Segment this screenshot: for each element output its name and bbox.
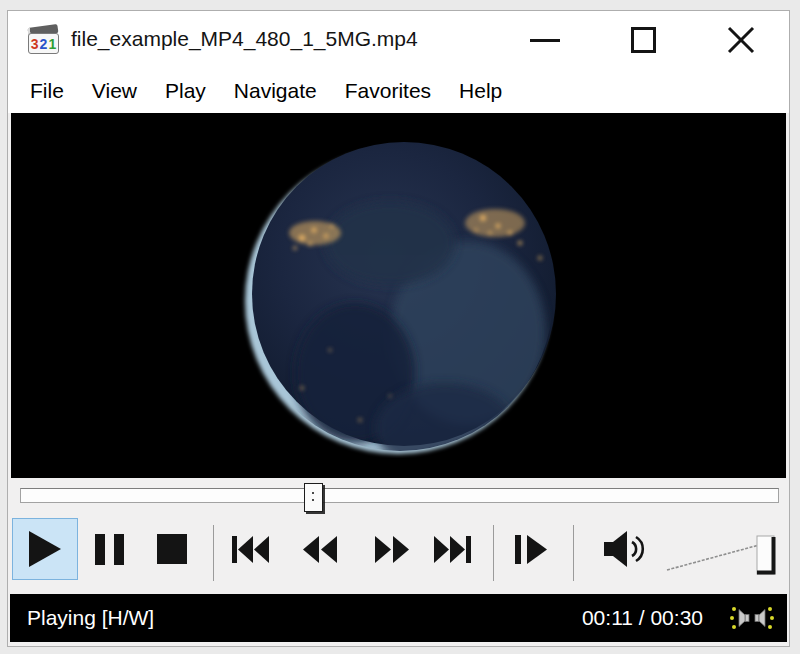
menu-bar: File View Play Navigate Favorites Help [8, 68, 789, 113]
controls-separator [573, 525, 574, 581]
controls-separator [213, 525, 214, 581]
menu-file[interactable]: File [16, 75, 78, 107]
video-surface[interactable] [11, 113, 786, 478]
icon-digit-2: 2 [40, 37, 48, 51]
skip-forward-button[interactable] [423, 518, 481, 580]
rewind-button[interactable] [291, 518, 349, 580]
close-button[interactable] [715, 23, 767, 57]
speaker-icon [604, 529, 652, 569]
transport-controls [8, 516, 789, 591]
volume-thumb[interactable] [757, 536, 774, 574]
stop-icon [157, 534, 187, 564]
skip-back-icon [232, 536, 269, 563]
title-bar[interactable]: 3 2 1 file_example_MP4_480_1_5MG.mp4 [8, 11, 789, 68]
icon-digit-1: 1 [48, 37, 56, 51]
maximize-icon [631, 27, 656, 53]
seek-thumb-grip-icon [312, 492, 314, 494]
volume-slider-graphic [663, 518, 783, 580]
menu-favorites[interactable]: Favorites [331, 75, 445, 107]
seek-track[interactable] [20, 488, 779, 503]
seek-thumb[interactable] [304, 483, 323, 512]
pause-button[interactable] [81, 518, 139, 580]
seek-bar-area [8, 478, 789, 516]
volume-slider[interactable] [663, 518, 783, 580]
clapperboard-body: 3 2 1 [28, 33, 59, 54]
menu-view[interactable]: View [78, 75, 151, 107]
fast-forward-button[interactable] [363, 518, 421, 580]
rewind-icon [303, 536, 337, 563]
app-icon-mpc-321[interactable]: 3 2 1 [27, 23, 61, 57]
close-icon [726, 25, 756, 55]
media-player-window: 3 2 1 file_example_MP4_480_1_5MG.mp4 Fil… [7, 10, 790, 647]
audio-channels-icon [729, 604, 775, 632]
controls-separator [493, 525, 494, 581]
status-bar: Playing [H/W] 00:11 / 00:30 [10, 594, 787, 642]
time-display: 00:11 / 00:30 [582, 606, 703, 630]
play-button[interactable] [12, 518, 78, 580]
skip-back-button[interactable] [221, 518, 279, 580]
play-icon [27, 530, 63, 568]
playback-status: Playing [H/W] [27, 606, 154, 630]
fast-forward-icon [375, 536, 409, 563]
menu-help[interactable]: Help [445, 75, 516, 107]
icon-digit-3: 3 [31, 37, 39, 51]
window-title: file_example_MP4_480_1_5MG.mp4 [71, 27, 418, 51]
minimize-button[interactable] [519, 23, 571, 57]
earth-night-frame [240, 138, 560, 458]
frame-step-icon [515, 535, 547, 564]
menu-play[interactable]: Play [151, 75, 220, 107]
frame-step-button[interactable] [502, 518, 560, 580]
menu-navigate[interactable]: Navigate [220, 75, 331, 107]
skip-forward-icon [434, 536, 471, 563]
minimize-icon [530, 39, 560, 42]
maximize-button[interactable] [617, 23, 669, 57]
pause-icon [95, 534, 125, 565]
stop-button[interactable] [143, 518, 201, 580]
mute-button[interactable] [599, 518, 657, 580]
